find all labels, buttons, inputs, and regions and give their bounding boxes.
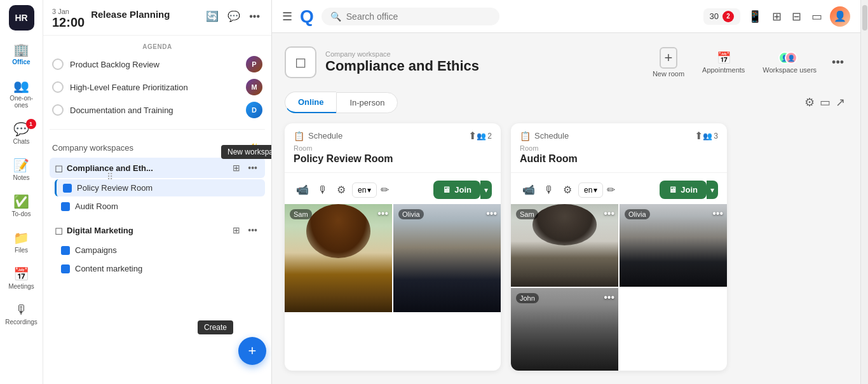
join-screen-icon-2: 🖥 <box>668 185 677 195</box>
sidebar-item-chats[interactable]: 1 💬 Chats <box>3 116 40 150</box>
schedule-icon-1: 📋 <box>294 131 304 141</box>
workspace-group-digital-name: Digital Marketing <box>67 226 226 235</box>
workspace-group-compliance-header[interactable]: ◻ Compliance and Eth... ⊞ ••• <box>50 158 265 178</box>
search-input[interactable] <box>346 11 491 22</box>
video-grid-2: Sam ••• Olivia ••• John ••• <box>511 204 727 371</box>
workspace-users-btn[interactable]: 👤 👤 Workspace users <box>756 47 823 78</box>
room-item-policy-review[interactable]: Policy Review Room <box>55 179 265 196</box>
meeting-header: 3 Jan 12:00 Release Planning 🔄 💬 ••• <box>43 0 271 36</box>
lang-selector-2[interactable]: en ▾ <box>578 182 603 198</box>
room-name-audit: Audit Room <box>75 202 118 211</box>
tab-in-person[interactable]: In-person <box>336 92 398 113</box>
workspace-icon-box: ◻ <box>285 46 316 78</box>
mic-btn-2[interactable]: 🎙 <box>541 182 557 198</box>
agenda-item-3: Documentation and Training D <box>52 99 262 121</box>
sidebar-item-files-label: Files <box>15 247 28 254</box>
fab-add-btn[interactable]: + <box>238 337 266 365</box>
video-more-olivia-2[interactable]: ••• <box>712 208 723 219</box>
sidebar-item-recordings[interactable]: 🎙 Recordings <box>3 298 40 331</box>
agenda-label: AGENDA <box>52 41 262 53</box>
room-item-audit[interactable]: Audit Room <box>55 198 265 215</box>
workspace-group-digital-header[interactable]: ◻ Digital Marketing ⊞ ••• <box>50 220 265 240</box>
lang-selector-1[interactable]: en ▾ <box>352 182 377 198</box>
meeting-time: 12:00 <box>52 15 85 30</box>
appointments-btn[interactable]: 📅 Appointments <box>696 47 751 78</box>
video-more-olivia-1[interactable]: ••• <box>486 208 497 219</box>
sidebar-item-meetings[interactable]: 📅 Meetings <box>3 261 40 295</box>
workspace-group-more-btn[interactable]: ••• <box>245 161 260 174</box>
agenda-item-1: Product Backlog Review P <box>52 53 262 76</box>
workspace-tabs: Online In-person ⚙ ▭ ↗ <box>285 92 848 113</box>
workspace-subtitle: Company workspace <box>325 50 637 58</box>
new-room-btn[interactable]: + New room <box>646 43 691 81</box>
settings-btn-1[interactable]: ⚙ <box>334 181 348 198</box>
participants-count-1: 👥 2 <box>477 132 492 141</box>
room-item-content-marketing[interactable]: Content marketing <box>55 260 265 277</box>
right-scrollbar[interactable] <box>860 0 868 384</box>
meeting-actions: 🔄 💬 ••• <box>203 8 262 25</box>
video-more-sam-2[interactable]: ••• <box>604 208 614 219</box>
video-btn-2[interactable]: 📹 <box>520 181 538 198</box>
join-btn-group-2: 🖥 Join ▾ <box>660 181 718 199</box>
hamburger-btn[interactable]: ☰ <box>282 10 292 24</box>
lang-arrow-2: ▾ <box>593 186 597 195</box>
caption-btn-2[interactable]: ✏ <box>607 184 615 196</box>
layout-view-btn[interactable]: ⊟ <box>789 7 804 26</box>
video-more-john[interactable]: ••• <box>604 292 614 303</box>
workspace-group-compliance-name: Compliance and Eth... <box>67 163 226 173</box>
drag-handle[interactable]: ⠿ <box>107 172 113 182</box>
schedule-icon-2: 📋 <box>520 131 531 141</box>
search-bar[interactable]: 🔍 <box>322 8 499 25</box>
workspace-group-digital-add-btn[interactable]: ⊞ <box>230 224 243 237</box>
workspace-group-add-btn[interactable]: ⊞ <box>230 161 243 174</box>
meeting-time-row: 3 Jan 12:00 Release Planning 🔄 💬 ••• <box>52 8 262 30</box>
recordings-icon: 🎙 <box>15 303 28 317</box>
notification-tab[interactable]: 30 2 <box>703 8 740 25</box>
meeting-repeat-btn[interactable]: 🔄 <box>203 8 221 25</box>
sidebar-item-notes[interactable]: 📝 Notes <box>3 153 40 186</box>
scrollbar-thumb[interactable] <box>862 5 867 31</box>
video-more-sam-1[interactable]: ••• <box>377 208 388 219</box>
meeting-chat-btn[interactable]: 💬 <box>225 8 243 25</box>
join-label-1: Join <box>454 185 471 195</box>
join-btn-2[interactable]: 🖥 Join <box>660 181 707 199</box>
sidebar-item-one-on-ones[interactable]: 👥 One-on-ones <box>3 73 40 114</box>
workspace-title-area: Company workspace Compliance and Ethics <box>325 50 637 74</box>
grid-view-btn[interactable]: ⊞ <box>770 7 784 26</box>
meeting-more-btn[interactable]: ••• <box>247 8 262 25</box>
room-name-2: Audit Room <box>520 153 718 165</box>
join-dropdown-2[interactable]: ▾ <box>707 181 718 199</box>
video-cell-olivia-1: Olivia ••• <box>393 204 501 312</box>
join-dropdown-1[interactable]: ▾ <box>480 181 492 199</box>
sidebar-item-files[interactable]: 📁 Files <box>3 225 40 259</box>
workspace-group-digital-more-btn[interactable]: ••• <box>245 224 260 237</box>
share-btn-1[interactable]: ⬆ <box>468 130 477 142</box>
agenda-item-2: High-Level Feature Prioritization M <box>52 76 262 99</box>
tab-expand-btn[interactable]: ↗ <box>833 93 848 112</box>
sidebar-item-meetings-label: Meetings <box>8 283 34 290</box>
room-item-campaigns[interactable]: Campaigns <box>55 242 265 259</box>
tab-online[interactable]: Online <box>285 92 336 113</box>
room-list-compliance: Policy Review Room Audit Room <box>50 179 265 215</box>
workspace-list: Company workspaces ▾ ⊞ ✨ ◻ Compliance an… <box>43 132 271 384</box>
sidebar-item-to-dos[interactable]: ✅ To-dos <box>3 189 40 223</box>
tab-layout-btn[interactable]: ▭ <box>817 93 833 112</box>
video-btn-1[interactable]: 📹 <box>294 181 311 198</box>
workspace-group-compliance-actions: ⊞ ••• <box>230 161 260 174</box>
mic-btn-1[interactable]: 🎙 <box>315 182 330 198</box>
left-sidebar: HR 🏢 Office 👥 One-on-ones 1 💬 Chats 📝 No… <box>0 0 43 384</box>
share-btn-2[interactable]: ⬆ <box>695 130 703 142</box>
workspace-content: ◻ Company workspace Compliance and Ethic… <box>272 33 860 384</box>
create-tooltip: Create <box>198 320 233 334</box>
mobile-view-btn[interactable]: 📱 <box>745 7 764 26</box>
room-card-divider-1 <box>285 172 501 173</box>
tab-settings-btn[interactable]: ⚙ <box>802 93 817 112</box>
settings-btn-2[interactable]: ⚙ <box>560 181 574 198</box>
caption-btn-1[interactable]: ✏ <box>381 184 389 196</box>
workspace-more-btn[interactable]: ••• <box>828 52 848 73</box>
user-avatar[interactable]: 👤 <box>830 6 850 27</box>
sidebar-item-office[interactable]: 🏢 Office <box>3 37 40 71</box>
join-btn-1[interactable]: 🖥 Join <box>433 181 480 199</box>
window-view-btn[interactable]: ▭ <box>809 7 825 26</box>
app-logo[interactable]: HR <box>9 5 34 31</box>
